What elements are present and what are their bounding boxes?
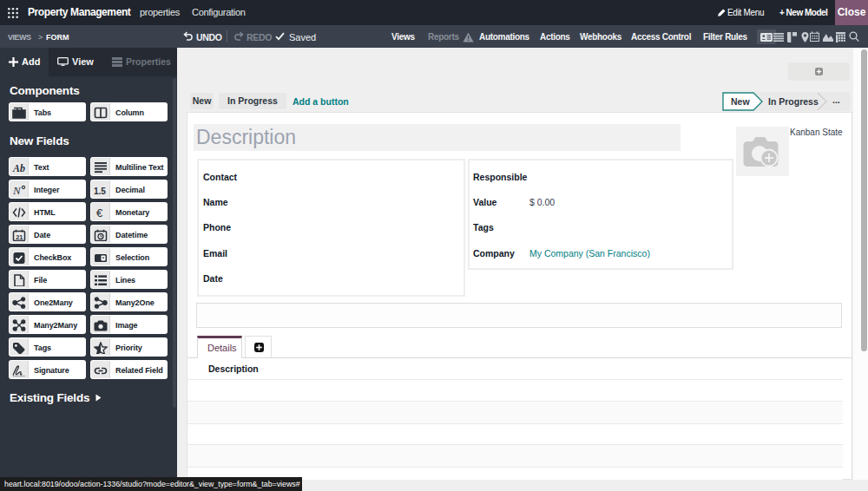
svg-text:Ab: Ab (12, 162, 25, 174)
svg-text:1.5: 1.5 (94, 187, 106, 196)
svg-text:21: 21 (16, 233, 23, 241)
svg-text:N: N (12, 184, 22, 196)
svg-text:€: € (96, 206, 103, 219)
